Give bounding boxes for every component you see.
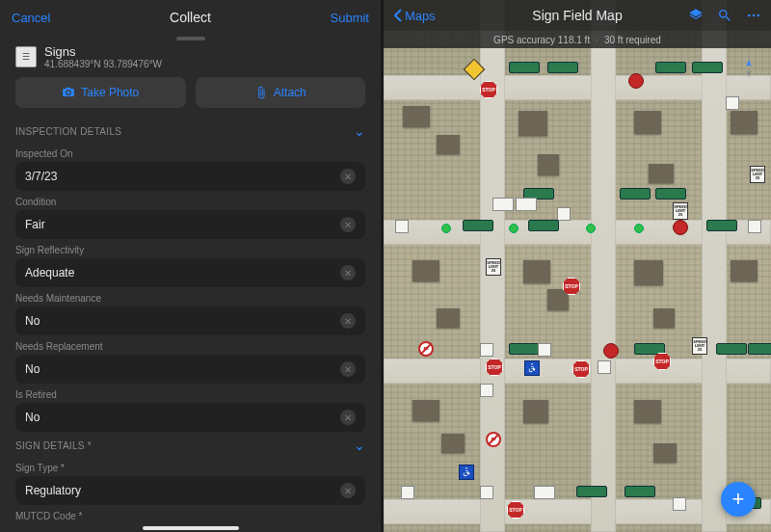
field-label-inspected-on: Inspected On <box>15 143 365 162</box>
layers-icon[interactable] <box>688 8 704 23</box>
section-inspection-details[interactable]: INSPECTION DETAILS ⌄ <box>15 118 365 143</box>
map-header: Maps Sign Field Map <box>384 0 771 31</box>
clear-icon[interactable]: ✕ <box>340 313 356 329</box>
street-sign-marker[interactable] <box>706 220 737 231</box>
field-replacement[interactable]: No ✕ <box>15 355 365 384</box>
field-sign-type[interactable]: Regulatory ✕ <box>15 476 365 505</box>
chevron-down-icon: ⌄ <box>354 123 365 139</box>
sign-marker[interactable] <box>516 198 537 211</box>
building <box>731 111 758 134</box>
stop-sign-marker[interactable]: STOP <box>563 278 580 295</box>
sign-marker[interactable] <box>726 96 739 110</box>
street-sign-marker[interactable] <box>509 343 540 355</box>
form-scroll[interactable]: INSPECTION DETAILS ⌄ Inspected On 3/7/23… <box>0 118 381 522</box>
street-sign-marker[interactable] <box>509 62 540 73</box>
sign-marker[interactable] <box>480 384 493 397</box>
sign-marker[interactable] <box>673 497 686 511</box>
building <box>441 434 465 453</box>
stop-sign-marker[interactable]: STOP <box>653 353 671 370</box>
take-photo-button[interactable]: Take Photo <box>15 77 186 108</box>
street-sign-marker[interactable] <box>655 188 686 200</box>
sign-marker[interactable] <box>748 220 761 233</box>
building <box>731 260 758 281</box>
speed-limit-marker[interactable]: SPEEDLIMIT25 <box>673 202 688 220</box>
clear-icon[interactable]: ✕ <box>340 169 356 184</box>
more-icon[interactable] <box>746 8 761 23</box>
field-label-replacement: Needs Replacement <box>15 335 365 355</box>
point-marker[interactable] <box>634 224 644 233</box>
point-marker[interactable] <box>509 224 518 233</box>
submit-button[interactable]: Submit <box>331 11 369 25</box>
clear-icon[interactable]: ✕ <box>340 217 356 232</box>
take-photo-label: Take Photo <box>81 86 139 99</box>
gps-accuracy-bar: GPS accuracy 118.1 ft · 30 ft required <box>384 31 771 48</box>
handicap-marker[interactable] <box>524 360 540 376</box>
field-retired[interactable]: No ✕ <box>15 403 365 432</box>
field-label-mutcd: MUTCD Code * <box>15 505 365 522</box>
sign-marker[interactable] <box>538 343 551 357</box>
clear-icon[interactable]: ✕ <box>340 483 356 498</box>
field-maintenance[interactable]: No ✕ <box>15 306 365 335</box>
stop-marker[interactable] <box>628 73 644 89</box>
sign-marker[interactable] <box>395 220 409 233</box>
speed-limit-marker[interactable]: SPEEDLIMIT25 <box>750 166 765 183</box>
no-parking-marker[interactable]: P <box>486 432 501 447</box>
point-marker[interactable] <box>441 224 451 233</box>
field-inspected-on[interactable]: 3/7/23 ✕ <box>15 162 365 191</box>
sign-marker[interactable] <box>480 486 493 499</box>
chevron-left-icon <box>393 9 403 22</box>
handicap-marker[interactable] <box>459 465 474 480</box>
street-sign-marker[interactable] <box>463 220 493 231</box>
search-icon[interactable] <box>717 8 732 23</box>
street-sign-marker[interactable] <box>655 62 686 73</box>
sign-marker[interactable] <box>598 360 611 374</box>
building <box>649 164 674 183</box>
field-label-sign-type: Sign Type * <box>15 457 365 476</box>
street-sign-marker[interactable] <box>528 220 559 231</box>
stop-sign-marker[interactable]: STOP <box>507 501 524 519</box>
stop-sign-marker[interactable]: STOP <box>480 81 497 98</box>
section-sign-details[interactable]: SIGN DETAILS * ⌄ <box>15 432 365 457</box>
building <box>538 154 559 175</box>
road <box>591 0 616 532</box>
cancel-button[interactable]: Cancel <box>12 11 50 25</box>
street-sign-marker[interactable] <box>620 188 651 200</box>
clear-icon[interactable]: ✕ <box>340 361 356 377</box>
svg-point-1 <box>753 14 756 17</box>
home-indicator <box>143 526 239 530</box>
collect-form-panel: Cancel Collect Submit ☰ Signs 41.688439°… <box>0 0 381 532</box>
stop-marker[interactable] <box>673 220 688 235</box>
field-reflectivity[interactable]: Adequate ✕ <box>15 258 365 287</box>
building <box>634 260 663 285</box>
stop-sign-marker[interactable]: STOP <box>486 359 503 376</box>
field-condition[interactable]: Fair ✕ <box>15 210 365 239</box>
clear-icon[interactable]: ✕ <box>340 265 356 280</box>
attach-icon <box>254 86 268 99</box>
street-sign-marker[interactable] <box>547 62 578 73</box>
street-sign-marker[interactable] <box>576 486 607 497</box>
sign-marker[interactable] <box>492 198 514 211</box>
svg-point-0 <box>748 14 751 17</box>
street-sign-marker[interactable] <box>625 486 655 497</box>
street-sign-marker[interactable] <box>692 62 723 73</box>
street-sign-marker[interactable] <box>748 343 771 355</box>
attach-button[interactable]: Attach <box>196 77 366 108</box>
sign-marker[interactable] <box>401 486 414 499</box>
point-marker[interactable] <box>586 224 596 233</box>
sign-marker[interactable] <box>480 343 493 357</box>
speed-limit-marker[interactable]: SPEEDLIMIT25 <box>692 337 707 355</box>
sign-marker[interactable] <box>534 486 555 499</box>
compass-button[interactable] <box>738 58 759 79</box>
add-feature-button[interactable]: + <box>721 482 756 517</box>
street-sign-marker[interactable] <box>716 343 747 355</box>
building <box>412 400 439 421</box>
stop-marker[interactable] <box>603 343 619 359</box>
speed-limit-marker[interactable]: SPEEDLIMIT25 <box>486 258 501 276</box>
stop-sign-marker[interactable]: STOP <box>572 360 590 378</box>
no-parking-marker[interactable]: P <box>418 341 434 357</box>
map-panel[interactable]: STOP SPEEDLIMIT25 SPEEDLIMIT25 SPEEDLIMI… <box>384 0 771 532</box>
sign-marker[interactable] <box>557 207 571 221</box>
back-to-maps-button[interactable]: Maps <box>393 9 436 23</box>
map-title: Sign Field Map <box>532 8 622 23</box>
clear-icon[interactable]: ✕ <box>340 410 356 425</box>
